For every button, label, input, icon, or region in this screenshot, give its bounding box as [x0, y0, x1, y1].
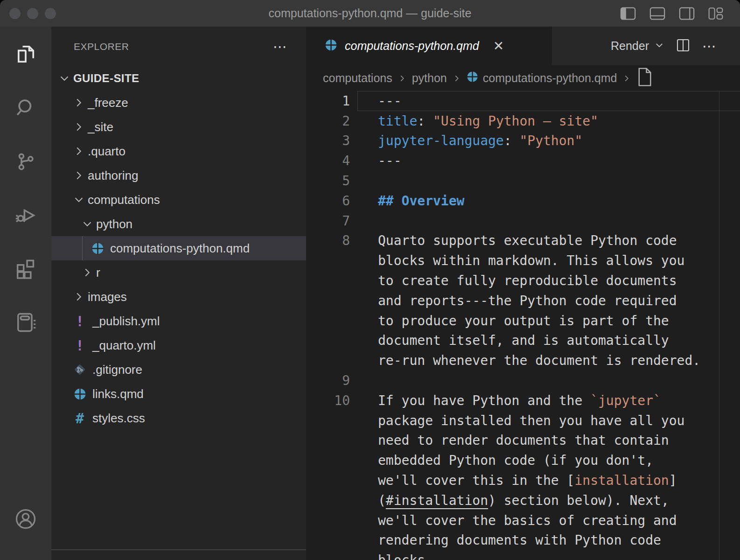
- line-number: 3: [306, 133, 350, 148]
- toggle-primary-sidebar-icon[interactable]: [620, 7, 636, 20]
- source-control-icon[interactable]: [14, 149, 38, 174]
- breadcrumb-folder[interactable]: computations: [323, 71, 392, 85]
- tree-item-guide-site[interactable]: GUIDE-SITE: [51, 66, 306, 91]
- code-text: blocks within markdown. This allows you: [350, 253, 684, 268]
- tree-item-computations-python-qmd[interactable]: computations-python.qmd: [51, 236, 306, 260]
- editor-more-actions-icon[interactable]: ⋯: [702, 44, 718, 49]
- tree-item-styles-css[interactable]: #styles.css: [51, 406, 306, 430]
- code-line[interactable]: 8Quarto supports executable Python code: [306, 231, 740, 251]
- code-line[interactable]: we'll cover the basics of creating and: [306, 511, 740, 531]
- code-line[interactable]: blocks within markdown. This allows you: [306, 251, 740, 271]
- tree-item-r[interactable]: r: [51, 260, 306, 285]
- chevron-right-icon: [73, 291, 85, 302]
- tree-item-label: images: [88, 290, 127, 304]
- split-editor-icon[interactable]: [676, 38, 690, 55]
- code-line[interactable]: rendering documents with Python code: [306, 531, 740, 551]
- chevron-down-icon: [58, 73, 70, 84]
- code-line[interactable]: 3jupyter-language: "Python": [306, 131, 740, 151]
- code-line[interactable]: package installed then you have all you: [306, 411, 740, 431]
- render-button[interactable]: Render: [611, 39, 664, 53]
- tree-item--gitignore[interactable]: .gitignore: [51, 357, 306, 382]
- css-file-icon: #: [73, 410, 87, 427]
- code-editor[interactable]: 1---2title: "Using Python – site"3jupyte…: [306, 91, 740, 560]
- toggle-panel-icon[interactable]: [649, 7, 665, 20]
- tree-item-label: _quarto.yml: [92, 338, 156, 353]
- breadcrumb: computations python computations-python.…: [306, 65, 740, 91]
- tree-item-python[interactable]: python: [51, 212, 306, 236]
- close-window-button[interactable]: [9, 8, 21, 19]
- code-line[interactable]: to create fully reproducible documents: [306, 271, 740, 291]
- code-line[interactable]: embedded Python code (if you don't,: [306, 450, 740, 470]
- file-tree: GUIDE-SITE_freeze_site.quartoauthoringco…: [51, 66, 306, 430]
- traffic-lights: [0, 8, 56, 19]
- chevron-right-icon: [73, 146, 85, 157]
- code-text: jupyter-language: "Python": [350, 133, 582, 148]
- chevron-right-icon: [73, 121, 85, 133]
- tree-item--quarto-yml[interactable]: !_quarto.yml: [51, 333, 306, 357]
- code-line[interactable]: (#installation) section below). Next,: [306, 490, 740, 511]
- code-line[interactable]: 4---: [306, 151, 740, 171]
- code-text: title: "Using Python – site": [350, 113, 598, 129]
- minimize-window-button[interactable]: [27, 8, 38, 19]
- notebook-extension-icon[interactable]: [14, 310, 38, 335]
- tree-item-computations[interactable]: computations: [51, 188, 306, 212]
- code-line[interactable]: need to render documents that contain: [306, 431, 740, 451]
- tree-item-label: GUIDE-SITE: [73, 72, 139, 85]
- explorer-icon[interactable]: [14, 42, 38, 66]
- tree-item--site[interactable]: _site: [51, 115, 306, 139]
- code-text: document itself, and is automatically: [350, 333, 669, 348]
- code-line[interactable]: blocks.: [306, 550, 740, 560]
- breadcrumb-folder[interactable]: python: [412, 71, 447, 85]
- tree-item-label: .quarto: [88, 144, 126, 159]
- code-line[interactable]: 7: [306, 211, 740, 231]
- chevron-down-icon: [73, 194, 85, 205]
- account-icon[interactable]: [14, 507, 38, 531]
- tree-item-links-qmd[interactable]: links.qmd: [51, 382, 306, 406]
- editor-ruler: [719, 91, 719, 560]
- tree-item-label: _freeze: [88, 96, 128, 110]
- tab-close-icon[interactable]: ✕: [493, 38, 504, 54]
- code-line[interactable]: to produce your output is part of the: [306, 311, 740, 331]
- chevron-right-icon: [73, 97, 85, 108]
- code-text: we'll cover the basics of creating and: [350, 513, 677, 528]
- explorer-more-actions-icon[interactable]: ⋯: [273, 42, 288, 51]
- code-text: (#installation) section below). Next,: [350, 493, 669, 508]
- tree-item-images[interactable]: images: [51, 285, 306, 309]
- code-line[interactable]: 10If you have Python and the `jupyter`: [306, 391, 740, 411]
- tree-item-authoring[interactable]: authoring: [51, 163, 306, 188]
- breadcrumb-file[interactable]: computations-python.qmd: [467, 71, 617, 85]
- file-symbol-icon: [636, 67, 653, 90]
- line-number: 9: [306, 373, 350, 388]
- tree-item-label: authoring: [88, 168, 138, 183]
- line-number: 1: [306, 93, 350, 109]
- tree-item--publish-yml[interactable]: !_publish.yml: [51, 309, 306, 333]
- code-line[interactable]: re-run whenever the document is rendered…: [306, 350, 740, 371]
- tree-item-label: styles.css: [92, 411, 145, 426]
- code-line[interactable]: 2title: "Using Python – site": [306, 111, 740, 131]
- run-debug-icon[interactable]: [14, 203, 38, 227]
- activity-bar: [0, 27, 51, 560]
- zoom-window-button[interactable]: [45, 8, 56, 19]
- quarto-file-icon: [467, 71, 478, 85]
- code-text: Quarto supports executable Python code: [350, 233, 677, 248]
- chevron-right-icon: [622, 74, 631, 83]
- code-line[interactable]: we'll cover this in the [installation]: [306, 470, 740, 490]
- toggle-secondary-sidebar-icon[interactable]: [679, 7, 695, 20]
- code-line[interactable]: document itself, and is automatically: [306, 331, 740, 351]
- extensions-icon[interactable]: [14, 257, 38, 281]
- outline-section-header[interactable]: OUTLINE: [51, 549, 306, 560]
- tree-item--freeze[interactable]: _freeze: [51, 91, 306, 115]
- customize-layout-icon[interactable]: [708, 7, 723, 20]
- explorer-sidebar: EXPLORER ⋯ GUIDE-SITE_freeze_site.quarto…: [51, 27, 306, 560]
- tab-computations-python[interactable]: computations-python.qmd ✕: [306, 27, 552, 65]
- tree-item--quarto[interactable]: .quarto: [51, 139, 306, 163]
- code-line[interactable]: 1---: [306, 91, 740, 111]
- code-line[interactable]: 5: [306, 171, 740, 191]
- search-icon[interactable]: [14, 96, 38, 120]
- code-line[interactable]: and reports---the Python code required: [306, 291, 740, 311]
- code-line[interactable]: 6## Overview: [306, 191, 740, 211]
- code-line[interactable]: 9: [306, 371, 740, 391]
- quarto-file-icon: [73, 388, 87, 400]
- vscode-window: computations-python.qmd — guide-site: [0, 0, 740, 560]
- quarto-file-icon: [91, 242, 105, 255]
